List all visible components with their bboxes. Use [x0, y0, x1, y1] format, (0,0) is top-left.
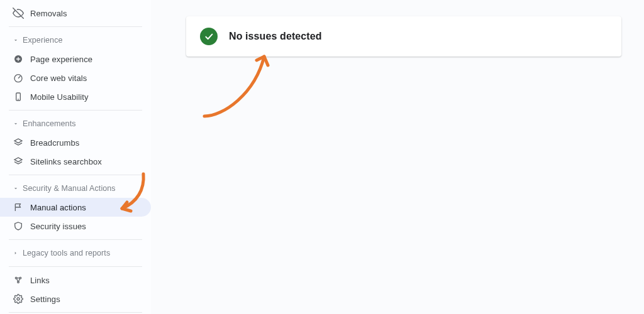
layers-icon — [13, 156, 24, 167]
chevron-down-icon — [13, 37, 19, 43]
group-header-label: Experience — [23, 36, 63, 45]
divider — [9, 110, 142, 111]
sidebar-item-label: Core web vitals — [30, 73, 87, 83]
sidebar-item-links[interactable]: Links — [0, 271, 151, 290]
sidebar-item-manual-actions[interactable]: Manual actions — [0, 198, 151, 217]
divider — [9, 266, 142, 267]
svg-marker-5 — [14, 158, 22, 162]
sidebar-item-label: Breadcrumbs — [30, 138, 79, 148]
chevron-right-icon — [13, 250, 19, 256]
group-header-legacy[interactable]: Legacy tools and reports — [0, 244, 151, 263]
group-header-label: Security & Manual Actions — [23, 184, 116, 193]
main-content: No issues detected — [151, 0, 644, 314]
divider — [9, 239, 142, 240]
flag-icon — [13, 202, 24, 213]
gauge-icon — [13, 72, 24, 84]
svg-point-8 — [18, 281, 19, 283]
sidebar-item-settings[interactable]: Settings — [0, 290, 151, 308]
sidebar-item-label: Settings — [30, 295, 60, 304]
svg-point-9 — [17, 298, 19, 300]
plus-circle-icon — [13, 53, 24, 65]
sidebar-item-label: Links — [30, 276, 50, 285]
gear-icon — [13, 293, 24, 305]
sidebar-item-sitelinks-searchbox[interactable]: Sitelinks searchbox — [0, 152, 151, 171]
group-header-experience[interactable]: Experience — [0, 31, 151, 50]
link-icon — [13, 274, 24, 286]
layers-icon — [13, 137, 24, 148]
sidebar: Removals Experience Page experience Core… — [0, 0, 151, 314]
divider — [9, 26, 142, 27]
sidebar-item-label: Mobile Usability — [30, 92, 89, 102]
sidebar-item-security-issues[interactable]: Security issues — [0, 217, 151, 236]
divider — [9, 312, 142, 313]
group-header-label: Enhancements — [23, 119, 76, 128]
check-circle-icon — [200, 28, 218, 45]
svg-point-7 — [19, 277, 21, 279]
svg-point-6 — [15, 277, 17, 279]
sidebar-item-mobile-usability[interactable]: Mobile Usability — [0, 87, 151, 106]
sidebar-item-breadcrumbs[interactable]: Breadcrumbs — [0, 133, 151, 152]
sidebar-item-label: Sitelinks searchbox — [30, 157, 102, 166]
chevron-down-icon — [13, 185, 19, 192]
sidebar-item-label: Security issues — [30, 222, 86, 231]
divider — [9, 175, 142, 175]
sidebar-item-label: Page experience — [30, 55, 92, 64]
eye-off-icon — [13, 8, 24, 19]
sidebar-item-page-experience[interactable]: Page experience — [0, 50, 151, 68]
status-message: No issues detected — [229, 31, 322, 42]
sidebar-item-removals[interactable]: Removals — [0, 4, 151, 23]
sidebar-item-core-web-vitals[interactable]: Core web vitals — [0, 68, 151, 87]
status-card: No issues detected — [186, 16, 621, 57]
sidebar-item-label: Manual actions — [30, 203, 86, 212]
shield-icon — [13, 220, 24, 232]
sidebar-item-label: Removals — [30, 9, 67, 18]
group-header-label: Legacy tools and reports — [23, 249, 110, 257]
mobile-icon — [13, 91, 24, 102]
svg-marker-4 — [14, 139, 22, 143]
group-header-enhancements[interactable]: Enhancements — [0, 114, 151, 133]
group-header-security[interactable]: Security & Manual Actions — [0, 179, 151, 198]
chevron-down-icon — [13, 121, 19, 127]
